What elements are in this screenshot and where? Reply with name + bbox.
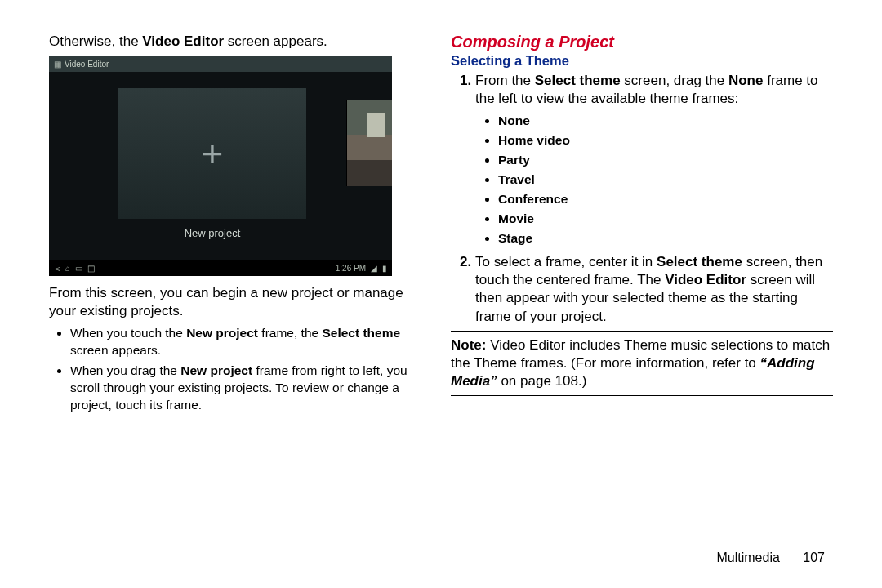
- heading-selecting-theme: Selecting a Theme: [451, 53, 833, 69]
- footer-page: 107: [803, 550, 825, 564]
- heading-composing: Composing a Project: [451, 33, 833, 51]
- note-block: Note: Video Editor includes Theme music …: [451, 331, 833, 396]
- theme-movie: Movie: [498, 209, 833, 229]
- left-bullets: When you touch the New project frame, th…: [49, 325, 431, 414]
- home-icon: ⌂: [65, 264, 70, 273]
- android-navbar: ◅ ⌂ ▭ ◫ 1:26 PM ◢ ▮: [49, 260, 392, 276]
- back-icon: ◅: [54, 264, 60, 273]
- plus-icon: +: [202, 135, 224, 172]
- manual-page: Otherwise, the Video Editor screen appea…: [0, 0, 882, 555]
- battery-icon: ▮: [382, 264, 387, 273]
- theme-none: None: [498, 111, 833, 131]
- after-image-para: From this screen, you can begin a new pr…: [49, 284, 431, 320]
- left-column: Otherwise, the Video Editor screen appea…: [39, 33, 441, 539]
- theme-list: None Home video Party Travel Conference …: [475, 111, 833, 248]
- new-project-label: New project: [118, 227, 306, 239]
- theme-travel: Travel: [498, 170, 833, 189]
- note-tail: on page 108.): [497, 373, 587, 389]
- intro-line: Otherwise, the Video Editor screen appea…: [49, 33, 431, 51]
- page-footer: Multimedia 107: [716, 550, 825, 565]
- new-project-frame: +: [118, 88, 306, 219]
- bullet-2: When you drag the New project frame from…: [70, 363, 431, 414]
- status-time: 1:26 PM: [336, 264, 366, 273]
- theme-conference: Conference: [498, 189, 833, 209]
- recents-icon: ▭: [75, 264, 82, 273]
- screenshot-header: ▦ Video Editor: [49, 56, 392, 72]
- footer-section: Multimedia: [716, 550, 779, 564]
- theme-party: Party: [498, 150, 833, 170]
- intro-post: screen appears.: [224, 33, 327, 49]
- step-1: From the Select theme screen, drag the N…: [475, 72, 833, 248]
- intro-pre: Otherwise, the: [49, 33, 142, 49]
- step-2: To select a frame, center it in Select t…: [475, 253, 833, 325]
- bullet-1: When you touch the New project frame, th…: [70, 325, 431, 359]
- right-column: Composing a Project Selecting a Theme Fr…: [441, 33, 843, 539]
- video-editor-screenshot: ▦ Video Editor + New project ◅ ⌂ ▭ ◫ 1:2…: [49, 56, 392, 276]
- app-icon: ▦: [54, 60, 61, 69]
- theme-stage: Stage: [498, 229, 833, 248]
- theme-home-video: Home video: [498, 131, 833, 150]
- wifi-icon: ◢: [371, 264, 377, 273]
- existing-project-thumb: [346, 100, 392, 186]
- note-label: Note:: [451, 337, 486, 353]
- screenshot-icon: ◫: [87, 264, 95, 273]
- steps-list: From the Select theme screen, drag the N…: [451, 72, 833, 326]
- intro-bold: Video Editor: [142, 33, 224, 49]
- screenshot-title: Video Editor: [65, 60, 109, 69]
